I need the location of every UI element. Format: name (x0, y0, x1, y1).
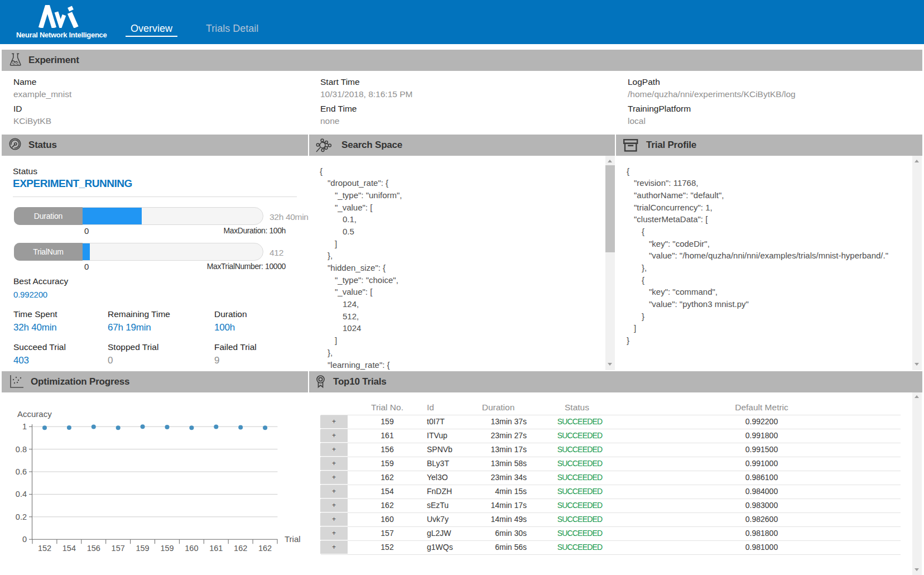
svg-text:152: 152 (38, 544, 51, 553)
svg-text:160: 160 (185, 544, 198, 553)
svg-text:159: 159 (136, 544, 149, 553)
svg-text:0.2: 0.2 (16, 512, 27, 521)
svg-text:162: 162 (258, 544, 272, 553)
svg-text:Accuracy: Accuracy (17, 409, 52, 419)
svg-text:0.6: 0.6 (16, 467, 27, 476)
svg-text:161: 161 (209, 544, 223, 553)
svg-text:0.4: 0.4 (16, 490, 27, 499)
svg-text:154: 154 (62, 544, 76, 553)
svg-text:157: 157 (112, 544, 125, 553)
svg-text:156: 156 (87, 544, 100, 553)
svg-text:159: 159 (160, 544, 174, 553)
svg-text:Trial: Trial (285, 534, 301, 544)
svg-text:0.8: 0.8 (16, 445, 27, 454)
svg-text:0: 0 (22, 535, 27, 544)
svg-text:162: 162 (234, 544, 247, 553)
svg-text:1: 1 (22, 422, 27, 431)
